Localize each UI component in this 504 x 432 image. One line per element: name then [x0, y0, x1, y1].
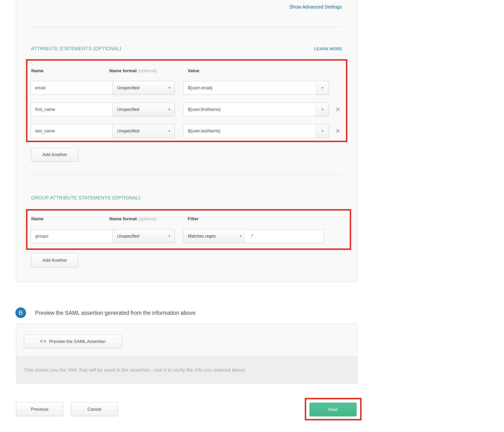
name-column-label: Name — [31, 68, 44, 74]
value-column-label: Value — [188, 68, 199, 74]
attribute-value-input[interactable] — [183, 81, 316, 95]
next-button[interactable]: Next — [309, 403, 357, 416]
preview-note: This shows you the XML that will be used… — [16, 357, 357, 383]
name-format-column-label: Name format (optional) — [109, 216, 157, 221]
chevron-down-icon: ▼ — [321, 129, 324, 133]
chevron-down-icon: ▼ — [168, 235, 171, 238]
code-icon: <> — [40, 339, 47, 344]
value-dropdown-button[interactable]: ▼ — [316, 124, 329, 138]
value-dropdown-button[interactable]: ▼ — [316, 103, 329, 116]
step-b-badge: B — [15, 307, 26, 318]
optional-hint: (optional) — [138, 216, 157, 221]
section-divider — [31, 175, 343, 175]
attribute-name-input[interactable] — [31, 103, 113, 116]
remove-row-icon[interactable]: ✕ — [333, 126, 343, 136]
preview-panel: <> Preview the SAML Assertion This shows… — [16, 324, 358, 384]
cancel-button[interactable]: Cancel — [71, 402, 118, 416]
filter-regex-input[interactable] — [246, 229, 324, 243]
filter-type-select[interactable]: Matches regex ▼ — [183, 229, 246, 243]
attribute-statements-heading: ATTRIBUTE STATEMENTS (OPTIONAL) — [31, 46, 121, 51]
preview-saml-assertion-button[interactable]: <> Preview the SAML Assertion — [24, 335, 122, 348]
name-format-column-label: Name format (optional) — [109, 68, 157, 74]
chevron-down-icon: ▼ — [168, 129, 171, 133]
show-advanced-settings-link[interactable]: Show Advanced Settings — [289, 4, 342, 10]
remove-row-icon[interactable]: ✕ — [333, 105, 343, 114]
group-attribute-statements-heading: GROUP ATTRIBUTE STATEMENTS (OPTIONAL) — [31, 195, 141, 201]
add-another-group-button[interactable]: Add Another — [31, 254, 78, 267]
chevron-down-icon: ▼ — [239, 235, 243, 238]
chevron-down-icon: ▼ — [168, 108, 171, 111]
name-format-select[interactable]: Unspecified ▼ — [113, 81, 175, 95]
name-format-select[interactable]: Unspecified ▼ — [113, 229, 175, 243]
preview-section-heading: Preview the SAML assertion generated fro… — [35, 310, 196, 316]
value-dropdown-button[interactable]: ▼ — [316, 81, 329, 95]
filter-column-label: Filter — [188, 216, 198, 221]
group-name-input[interactable] — [31, 229, 113, 243]
chevron-down-icon: ▼ — [321, 108, 324, 111]
attribute-value-input[interactable] — [183, 124, 316, 138]
attribute-name-input[interactable] — [31, 81, 113, 95]
name-format-select[interactable]: Unspecified ▼ — [113, 124, 175, 138]
previous-button[interactable]: Previous — [16, 402, 63, 416]
chevron-down-icon: ▼ — [321, 86, 324, 90]
attribute-name-input[interactable] — [31, 124, 113, 138]
add-another-attribute-button[interactable]: Add Another — [31, 148, 78, 161]
section-divider — [31, 27, 343, 27]
name-column-label: Name — [31, 216, 44, 221]
chevron-down-icon: ▼ — [168, 86, 171, 90]
name-format-select[interactable]: Unspecified ▼ — [113, 103, 175, 116]
learn-more-link[interactable]: LEARN MORE — [315, 47, 342, 51]
optional-hint: (optional) — [138, 68, 157, 73]
attribute-value-input[interactable] — [183, 103, 316, 116]
